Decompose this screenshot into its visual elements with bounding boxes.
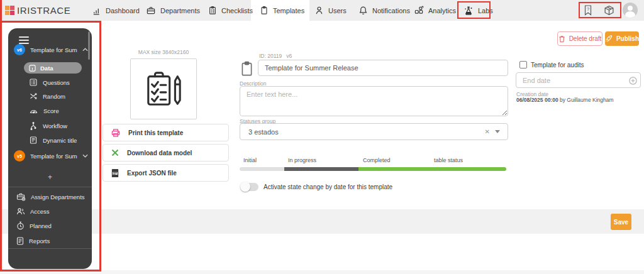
nav-users[interactable]: Users xyxy=(314,0,347,21)
state-change-toggle-label: Activate state change by date for this t… xyxy=(264,184,392,190)
status-progress-bar xyxy=(240,167,506,171)
sidebar-template-v5[interactable]: v5 Template for Summ... xyxy=(14,150,88,162)
nav-checklists[interactable]: Checklists xyxy=(208,0,253,21)
nav-label: Dashboard xyxy=(106,7,140,14)
template-name: Template for Summ... xyxy=(30,153,77,160)
labs-icon xyxy=(464,6,474,16)
sidebar-item-label: Access xyxy=(30,208,50,215)
template-for-audits-checkbox[interactable] xyxy=(519,61,527,68)
templates-icon xyxy=(260,6,269,15)
template-image-box[interactable] xyxy=(130,58,197,119)
avatar-head xyxy=(628,6,633,11)
print-template-button[interactable]: Print this template xyxy=(103,124,229,141)
sidebar-item-random[interactable]: Random xyxy=(30,91,65,101)
assign-departments-icon xyxy=(16,192,26,201)
page-bottom-strip xyxy=(0,270,644,274)
sidebar-item-label: Dynamic title xyxy=(43,137,77,144)
publish-label: Publish xyxy=(616,35,639,42)
clear-selection-icon[interactable]: ✕ xyxy=(480,128,495,135)
nav-labs[interactable]: Labs xyxy=(464,0,493,21)
side-action-label: Print this template xyxy=(128,129,183,136)
planned-icon xyxy=(16,221,25,230)
sidebar-item-planned[interactable]: Planned xyxy=(16,221,52,231)
delete-draft-button[interactable]: Delete draft xyxy=(557,31,602,46)
version-badge-v5: v5 xyxy=(14,150,25,162)
sidebar-divider xyxy=(8,248,92,249)
creation-date: 06/08/2025 00:00 xyxy=(516,97,558,103)
sidebar-item-questions[interactable]: Questions xyxy=(30,77,70,87)
sidebar-item-label: Planned xyxy=(30,222,52,229)
access-icon xyxy=(16,207,25,216)
sidebar-item-label: Score xyxy=(43,107,59,114)
add-template-button[interactable]: + xyxy=(8,173,92,182)
help-bookmark-icon[interactable]: ? xyxy=(584,5,592,18)
chevron-down-icon[interactable] xyxy=(495,130,500,133)
template-id-label: ID: 20119 v6 xyxy=(259,53,292,59)
nav-templates[interactable]: Templates xyxy=(260,0,304,21)
max-size-label: MAX size 3840x2160 xyxy=(130,49,197,55)
end-date-input[interactable] xyxy=(516,72,641,88)
json-file-icon xyxy=(111,168,119,178)
sidebar-scrollbar[interactable] xyxy=(88,31,90,60)
sidebar-item-label: Reports xyxy=(29,238,50,244)
nav-label: Analytics xyxy=(428,7,456,14)
nav-label: Templates xyxy=(273,7,304,14)
status-label-initial: Initial xyxy=(243,157,257,163)
statuses-group-value: 3 estados xyxy=(240,128,480,136)
brand-logo[interactable]: IRISTRACE xyxy=(5,0,70,21)
save-button[interactable]: Save xyxy=(611,214,631,230)
sidebar-item-reports[interactable]: Reports xyxy=(16,236,50,246)
sidebar-item-dynamic-title[interactable]: Dynamic title xyxy=(30,135,77,145)
id-value: ID: 20119 xyxy=(259,53,282,59)
export-json-button[interactable]: Export JSON file xyxy=(103,164,229,182)
version-value: v6 xyxy=(286,53,292,59)
creation-date-value: 06/08/2025 00:00 by Guillaume Kingham xyxy=(516,97,614,103)
hamburger-menu-icon[interactable] xyxy=(19,36,29,44)
sidebar-item-label: Data xyxy=(40,65,53,72)
delete-draft-label: Delete draft xyxy=(569,35,602,42)
nav-label: Departments xyxy=(160,7,200,14)
user-avatar[interactable] xyxy=(623,3,638,18)
nav-label: Notifications xyxy=(372,7,410,14)
nav-dashboard[interactable]: Dashboard xyxy=(92,0,140,21)
avatar-body xyxy=(625,11,635,18)
sidebar-item-label: Assign Departments xyxy=(31,194,85,200)
nav-notifications[interactable]: Notifications xyxy=(358,0,410,21)
side-action-label: Export JSON file xyxy=(127,170,177,177)
sidebar-template-v6[interactable]: v6 Template for Summ... xyxy=(14,44,88,55)
app-window: IRISTRACE Dashboard Departments Checklis… xyxy=(0,0,644,274)
description-textarea[interactable] xyxy=(240,86,508,116)
sidebar-item-workflow[interactable]: Workflow xyxy=(30,121,67,131)
download-data-model-button[interactable]: Download data model xyxy=(103,144,229,162)
sidebar-item-score[interactable]: Score xyxy=(30,106,59,116)
score-icon xyxy=(30,107,38,114)
template-title-input[interactable] xyxy=(258,60,508,76)
footer-bar xyxy=(0,209,644,234)
sidebar-item-label: Questions xyxy=(43,79,70,86)
status-label-completed: Completed xyxy=(363,157,391,163)
statuses-group-select[interactable]: 3 estados ✕ xyxy=(240,123,508,140)
sidebar-item-assign-departments[interactable]: Assign Departments xyxy=(16,192,85,202)
sidebar-item-access[interactable]: Access xyxy=(16,206,50,216)
print-icon xyxy=(111,128,121,138)
state-change-toggle[interactable] xyxy=(242,183,258,191)
add-date-icon[interactable] xyxy=(629,76,637,87)
nav-departments[interactable]: Departments xyxy=(146,0,200,21)
nav-analytics[interactable]: Analytics xyxy=(414,0,456,21)
rocket-icon xyxy=(605,35,613,43)
status-label-in-progress: In progress xyxy=(288,157,316,163)
notifications-icon xyxy=(358,6,368,15)
svg-text:?: ? xyxy=(587,6,589,12)
sidebar-item-data[interactable]: Data xyxy=(24,62,82,74)
status-label-table-status: table status xyxy=(434,157,463,163)
version-badge-v6: v6 xyxy=(14,44,25,55)
template-for-audits-label: Template for audits xyxy=(531,62,584,68)
publish-button[interactable]: Publish xyxy=(605,31,639,46)
nav-label: Checklists xyxy=(221,7,253,14)
nav-label: Labs xyxy=(478,7,493,14)
creation-author: by Guillaume Kingham xyxy=(558,97,614,103)
package-icon[interactable] xyxy=(604,5,614,18)
users-icon xyxy=(314,6,324,15)
dashboard-icon xyxy=(92,6,101,15)
nav-label: Users xyxy=(328,7,347,14)
